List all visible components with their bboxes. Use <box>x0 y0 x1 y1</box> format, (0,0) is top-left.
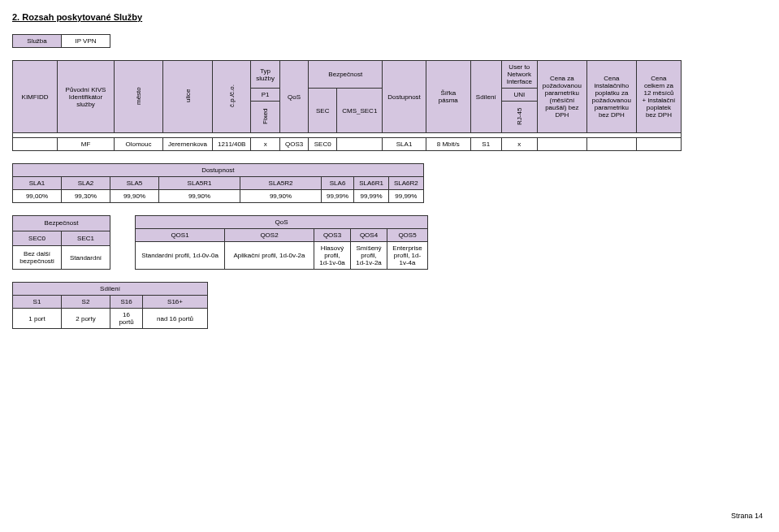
h-fixed: Fixed <box>251 102 280 133</box>
h-typ: Typ služby <box>251 61 280 89</box>
cell-cena1 <box>537 138 586 151</box>
dost-v: 99,90% <box>110 190 159 203</box>
h-mesto: město <box>115 61 163 133</box>
qos-title: QoS <box>136 216 428 229</box>
h-uni: UNI <box>501 89 537 102</box>
cell-sdil: S1 <box>470 138 501 151</box>
h-bezp: Bezpečnost <box>309 61 383 89</box>
qos-v: Enterprise profil, 1d-1v-4a <box>387 242 428 270</box>
cell-rj: x <box>501 138 537 151</box>
cell-sirka: 8 Mbit/s <box>426 138 470 151</box>
dost-h: SLA5R2 <box>240 177 322 190</box>
h-sdil: Sdílení <box>470 61 501 133</box>
bezp-h: SEC0 <box>13 231 62 246</box>
bezp-v: Standardní <box>62 246 110 270</box>
h-rj45: RJ-45 <box>501 102 537 133</box>
sluzba-header: Služba <box>13 35 62 48</box>
qos-h: QOS1 <box>136 229 225 242</box>
dost-h: SLA1 <box>13 177 62 190</box>
h-p1: P1 <box>251 89 280 102</box>
sdil-h: S1 <box>13 296 62 309</box>
dost-title: Dostupnost <box>13 164 424 177</box>
dost-h: SLA6 <box>322 177 354 190</box>
sdil-v: 16 portů <box>110 309 143 329</box>
dost-v: 99,99% <box>354 190 389 203</box>
sdileni-table: Sdílení S1 S2 S16 S16+ 1 port 2 porty 16… <box>12 282 208 329</box>
cell-mesto: Olomouc <box>115 138 163 151</box>
h-kimfidd: KIMFIDD <box>13 61 58 133</box>
dost-h: SLA6R2 <box>388 177 423 190</box>
cell-qos: QOS3 <box>279 138 308 151</box>
h-user: User to Network Interface <box>501 61 537 89</box>
dostupnost-table: Dostupnost SLA1 SLA2 SLA5 SLA5R1 SLA5R2 … <box>12 163 424 203</box>
data-row: MF Olomouc Jeremenkova 1211/40B x QOS3 S… <box>13 138 682 151</box>
cell-dost: SLA1 <box>383 138 426 151</box>
qos-v: Standardní profil, 1d-0v-0a <box>136 242 225 270</box>
sdil-h: S16+ <box>143 296 208 309</box>
cell-cms <box>337 138 383 151</box>
qos-table: QoS QOS1 QOS2 QOS3 QOS4 QOS5 Standardní … <box>135 215 428 270</box>
cell-fixed: x <box>251 138 280 151</box>
h-cms: CMS_SEC1 <box>337 89 383 133</box>
qos-h: QOS4 <box>351 229 387 242</box>
qos-h: QOS2 <box>225 229 314 242</box>
h-sirka: Šířka pásma <box>426 61 470 133</box>
bezp-title: Bezpečnost <box>13 216 110 231</box>
sluzba-value: IP VPN <box>62 35 110 48</box>
cell-mf: MF <box>58 138 115 151</box>
section-title: 2. Rozsah poskytované Služby <box>12 12 767 22</box>
sluzba-table: Služba IP VPN <box>12 34 110 48</box>
sdil-title: Sdílení <box>13 283 208 296</box>
h-sec: SEC <box>309 89 337 133</box>
h-cena2: Cena instalačního poplatku za požadovano… <box>586 61 636 133</box>
dost-h: SLA5R1 <box>159 177 240 190</box>
dost-h: SLA6R1 <box>354 177 389 190</box>
qos-h: QOS3 <box>314 229 351 242</box>
sdil-h: S16 <box>110 296 143 309</box>
cell-ulice: Jeremenkova <box>163 138 213 151</box>
h-dost: Dostupnost <box>383 61 426 133</box>
cell-sec: SEC0 <box>309 138 337 151</box>
main-table: KIMFIDD Původní KIVS Identifikátor služb… <box>12 60 682 151</box>
sdil-h: S2 <box>62 296 110 309</box>
dost-v: 99,00% <box>13 190 62 203</box>
cell-cena2 <box>586 138 636 151</box>
sdil-v: 2 porty <box>62 309 110 329</box>
qos-h: QOS5 <box>387 229 428 242</box>
h-cena3: Cena celkem za 12 měsíců + instalační po… <box>636 61 681 133</box>
sdil-v: nad 16 portů <box>143 309 208 329</box>
dost-h: SLA2 <box>62 177 110 190</box>
qos-v: Aplikační profil, 1d-0v-2a <box>225 242 314 270</box>
dost-h: SLA5 <box>110 177 159 190</box>
dost-v: 99,30% <box>62 190 110 203</box>
bezpecnost-table: Bezpečnost SEC0 SEC1 Bez další bezpečnos… <box>12 215 110 270</box>
cell-cena3 <box>636 138 681 151</box>
h-qos: QoS <box>279 61 308 133</box>
h-cp: č.p./č.o. <box>213 61 251 133</box>
bezp-v: Bez další bezpečnosti <box>13 246 62 270</box>
dost-v: 99,99% <box>388 190 423 203</box>
sdil-v: 1 port <box>13 309 62 329</box>
dost-v: 99,90% <box>159 190 240 203</box>
dost-v: 99,90% <box>240 190 322 203</box>
h-ulice: ulice <box>163 61 213 133</box>
cell-cp: 1211/40B <box>213 138 251 151</box>
cell <box>13 138 58 151</box>
qos-v: Hlasový profil, 1d-1v-0a <box>314 242 351 270</box>
bezp-h: SEC1 <box>62 231 110 246</box>
h-puvodni: Původní KIVS Identifikátor služby <box>58 61 115 133</box>
h-cena1: Cena za požadovanou parametriku (měsíční… <box>537 61 586 133</box>
dost-v: 99,99% <box>322 190 354 203</box>
qos-v: Smíšený profil, 1d-1v-2a <box>351 242 387 270</box>
